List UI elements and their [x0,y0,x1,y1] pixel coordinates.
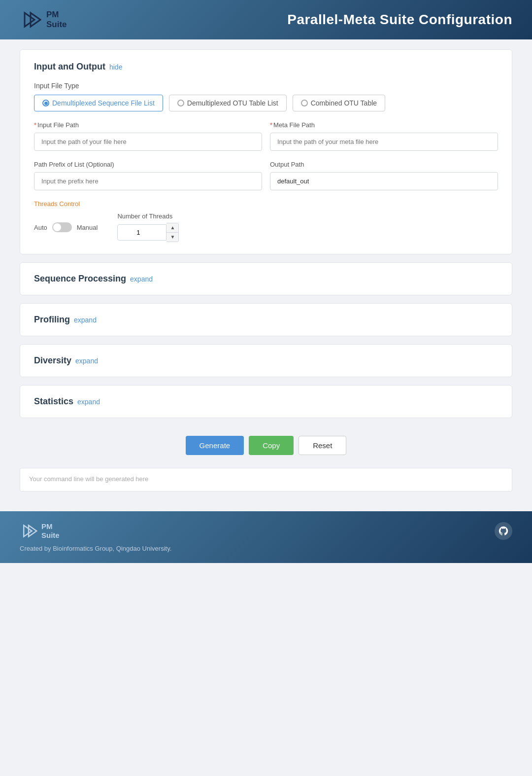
statistics-section: Statistics expand [20,385,512,418]
logo-area: PM Suite [20,9,67,31]
github-icon[interactable] [495,522,512,540]
sequence-processing-title: Sequence Processing [34,274,126,284]
action-row: Generate Copy Reset [20,426,512,460]
statistics-toggle[interactable]: expand [77,398,100,406]
meta-file-path-label: * Meta File Path [270,121,498,129]
radio-combined-otu[interactable]: Combined OTU Table [293,95,385,111]
footer-logo-icon [20,522,37,540]
sequence-processing-header: Sequence Processing expand [34,274,498,284]
profiling-section: Profiling expand [20,303,512,336]
threads-control-label: Threads Control [34,200,498,208]
diversity-header: Diversity expand [34,355,498,366]
statistics-title: Statistics [34,396,73,407]
radio-label-combined-otu: Combined OTU Table [311,99,377,107]
input-file-path-field[interactable] [34,133,262,151]
input-output-toggle[interactable]: hide [109,63,122,71]
input-output-header: Input and Output hide [34,62,498,72]
diversity-title: Diversity [34,355,71,366]
threads-decrement-button[interactable]: ▼ [166,233,178,242]
radio-dot-demux-otu [177,100,184,106]
radio-dot-demux-seq [42,100,49,106]
footer-logo: PM Suite [20,522,171,540]
footer-left: PM Suite Created by Bioinformatics Group… [20,522,171,552]
path-prefix-field[interactable] [34,172,262,190]
required-star-meta: * [270,121,272,129]
profiling-title: Profiling [34,315,70,325]
path-prefix-col: Path Prefix of List (Optional) [34,161,262,190]
cmdline-output: Your command line will be generated here [20,468,512,492]
sequence-processing-toggle[interactable]: expand [130,275,153,283]
threads-number-input[interactable] [117,224,166,241]
input-file-path-col: * Input File Path [34,121,262,151]
input-output-section: Input and Output hide Input File Type De… [20,49,512,254]
threads-toggle-switch[interactable] [52,222,72,232]
input-file-type-label: Input File Type [34,82,498,90]
number-input-row: ▲ ▼ [117,223,179,242]
radio-demux-otu[interactable]: Demultiplexed OTU Table List [169,95,287,111]
generate-button[interactable]: Generate [186,436,244,455]
header: PM Suite Parallel-Meta Suite Configurati… [0,0,532,39]
required-star-input: * [34,121,36,129]
pm-suite-logo-icon [20,9,41,31]
threads-section: Threads Control Auto Manual Number of Th… [34,200,498,242]
radio-group-input-type: Demultiplexed Sequence File List Demulti… [34,95,498,111]
diversity-section: Diversity expand [20,344,512,377]
copy-button[interactable]: Copy [249,436,294,455]
diversity-toggle[interactable]: expand [75,357,98,365]
output-path-field[interactable] [270,172,498,190]
reset-button[interactable]: Reset [299,436,346,455]
main-content: Input and Output hide Input File Type De… [0,39,532,501]
radio-demux-seq[interactable]: Demultiplexed Sequence File List [34,95,163,111]
threads-increment-button[interactable]: ▲ [166,223,178,232]
threads-stepper: ▲ ▼ [166,223,179,242]
threads-toggle-row: Auto Manual [34,222,98,232]
meta-file-path-col: * Meta File Path [270,121,498,151]
file-paths-row: * Input File Path * Meta File Path [34,121,498,151]
auto-label: Auto [34,224,47,231]
logo-text: PM Suite [46,10,67,30]
footer: PM Suite Created by Bioinformatics Group… [0,511,532,563]
radio-label-demux-seq: Demultiplexed Sequence File List [52,99,155,107]
radio-dot-combined-otu [301,100,308,106]
radio-label-demux-otu: Demultiplexed OTU Table List [187,99,278,107]
input-file-path-label: * Input File Path [34,121,262,129]
footer-logo-text: PM Suite [41,522,60,540]
profiling-header: Profiling expand [34,315,498,325]
threads-row: Auto Manual Number of Threads ▲ ▼ [34,212,498,242]
header-title: Parallel-Meta Suite Configuration [287,12,512,28]
meta-file-path-field[interactable] [270,133,498,151]
statistics-header: Statistics expand [34,396,498,407]
input-output-title: Input and Output [34,62,105,72]
threads-number-label: Number of Threads [117,212,179,220]
threads-number-col: Number of Threads ▲ ▼ [117,212,179,242]
path-prefix-label: Path Prefix of List (Optional) [34,161,262,168]
profiling-toggle[interactable]: expand [74,316,97,324]
prefix-output-row: Path Prefix of List (Optional) Output Pa… [34,161,498,190]
sequence-processing-section: Sequence Processing expand [20,262,512,295]
output-path-label: Output Path [270,161,498,168]
manual-label: Manual [77,224,98,231]
output-path-col: Output Path [270,161,498,190]
footer-credit: Created by Bioinformatics Group, Qingdao… [20,545,171,552]
